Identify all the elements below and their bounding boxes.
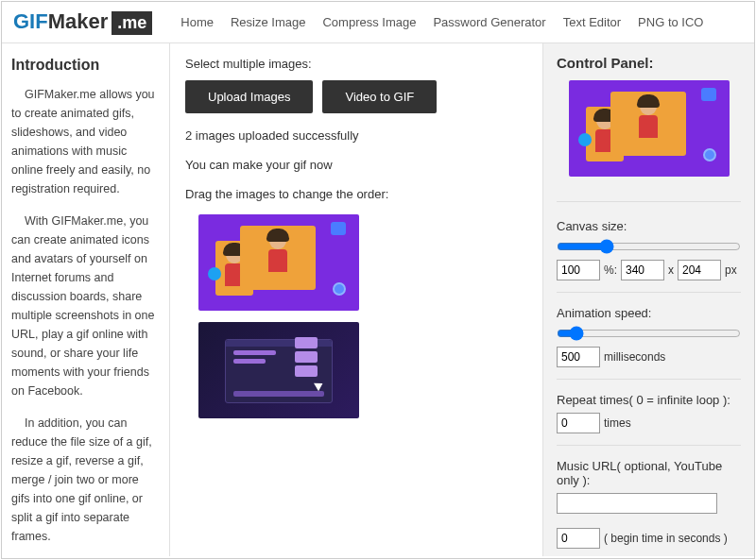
nav-home[interactable]: Home xyxy=(180,15,214,29)
percent-unit: %: xyxy=(604,263,617,277)
logo-part-maker: Maker xyxy=(48,9,109,34)
canvas-size-slider[interactable] xyxy=(557,239,741,254)
video-to-gif-button[interactable]: Video to GIF xyxy=(322,80,437,113)
animation-speed-slider[interactable] xyxy=(557,326,741,341)
canvas-size-label: Canvas size: xyxy=(557,219,741,233)
music-url-label: Music URL( optional, YouTube only ): xyxy=(557,459,741,487)
control-panel-title: Control Panel: xyxy=(557,55,741,71)
nav-texteditor[interactable]: Text Editor xyxy=(563,15,621,29)
center-area: Select multiple images: Upload Images Vi… xyxy=(170,43,542,556)
logo-part-gif: GIF xyxy=(13,9,48,34)
intro-p3: In addition, you can reduce the file siz… xyxy=(11,414,160,546)
repeat-times-input[interactable] xyxy=(557,413,600,433)
repeat-times-label: Repeat times( 0 = infinite loop ): xyxy=(557,393,741,407)
animation-speed-label: Animation speed: xyxy=(557,306,741,320)
intro-p2: With GIFMaker.me, you can create animate… xyxy=(11,212,160,400)
canvas-height-input[interactable] xyxy=(678,260,721,280)
main-nav: Home Resize Image Compress Image Passwor… xyxy=(180,15,703,29)
logo-part-me: .me xyxy=(112,11,152,35)
dim-separator: x xyxy=(668,263,674,277)
uploaded-image-2[interactable] xyxy=(198,322,359,418)
music-url-input[interactable] xyxy=(557,493,717,514)
nav-compress[interactable]: Compress Image xyxy=(322,15,416,29)
nav-pngico[interactable]: PNG to ICO xyxy=(638,15,703,29)
nav-resize[interactable]: Resize Image xyxy=(231,15,305,29)
nav-password[interactable]: Password Generator xyxy=(433,15,545,29)
canvas-percent-input[interactable] xyxy=(557,260,600,280)
drag-order-label: Drag the images to change the order: xyxy=(185,187,527,201)
uploaded-image-1[interactable] xyxy=(198,214,359,311)
px-unit: px xyxy=(725,263,737,277)
logo[interactable]: GIF Maker .me xyxy=(13,9,152,35)
intro-heading: Introduction xyxy=(11,57,160,74)
make-gif-hint: You can make your gif now xyxy=(185,158,527,172)
begin-time-input[interactable] xyxy=(557,528,600,549)
intro-p1: GIFMaker.me allows you to create animate… xyxy=(11,85,160,198)
begin-time-text: ( begin time in seconds ) xyxy=(604,532,728,545)
canvas-width-input[interactable] xyxy=(621,260,664,280)
animation-speed-input[interactable] xyxy=(557,347,600,367)
repeat-unit: times xyxy=(604,416,631,430)
select-images-label: Select multiple images: xyxy=(185,57,527,71)
control-panel: Control Panel: Canvas size: xyxy=(542,43,754,556)
intro-sidebar: Introduction GIFMaker.me allows you to c… xyxy=(2,43,170,556)
upload-images-button[interactable]: Upload Images xyxy=(185,80,313,113)
speed-unit: milliseconds xyxy=(604,350,665,364)
preview-thumbnail xyxy=(569,80,730,177)
header: GIF Maker .me Home Resize Image Compress… xyxy=(2,2,754,43)
upload-status: 2 images uploaded successfully xyxy=(185,128,527,143)
